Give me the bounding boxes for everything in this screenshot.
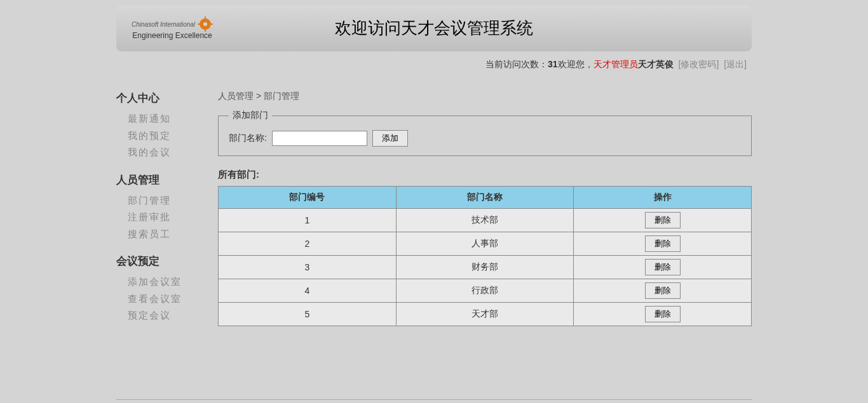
- cell-action: 删除: [574, 279, 752, 303]
- delete-button[interactable]: 删除: [645, 282, 681, 299]
- cell-action: 删除: [574, 256, 752, 279]
- table-row: 2人事部删除: [219, 232, 752, 256]
- svg-rect-2: [205, 17, 206, 19]
- footer: 更多问题，欢迎联系管理员 Chinasoft International Eng…: [116, 399, 752, 403]
- visit-label: 当前访问次数：: [485, 59, 548, 69]
- add-button[interactable]: 添加: [372, 130, 408, 147]
- svg-rect-4: [198, 23, 200, 25]
- sidebar-item-add-room[interactable]: 添加会议室: [116, 274, 205, 291]
- table-row: 1技术部删除: [219, 209, 752, 232]
- cell-id: 2: [219, 232, 397, 256]
- col-header-name: 部门名称: [396, 187, 574, 209]
- fieldset-legend: 添加部门: [229, 110, 272, 121]
- sidebar-item-search-employee[interactable]: 搜索员工: [116, 226, 205, 243]
- page-title: 欢迎访问天才会议管理系统: [335, 17, 533, 39]
- visit-count: 31: [548, 59, 558, 69]
- change-password-link[interactable]: [修改密码]: [679, 59, 719, 69]
- col-header-id: 部门编号: [219, 187, 397, 209]
- cell-id: 3: [219, 256, 397, 279]
- cell-name: 天才部: [396, 303, 574, 326]
- logout-link[interactable]: [退出]: [724, 59, 747, 69]
- table-row: 3财务部删除: [219, 256, 752, 279]
- cell-name: 技术部: [396, 209, 574, 232]
- cell-action: 删除: [574, 209, 752, 232]
- sidebar-item-my-bookings[interactable]: 我的预定: [116, 128, 205, 145]
- cell-name: 人事部: [396, 232, 574, 256]
- logo-top-text: Chinasoft International: [132, 21, 195, 28]
- cell-action: 删除: [574, 232, 752, 256]
- delete-button[interactable]: 删除: [645, 259, 681, 275]
- cell-name: 行政部: [396, 279, 574, 303]
- user-role: 天才管理员: [593, 59, 638, 69]
- departments-table: 部门编号 部门名称 操作 1技术部删除2人事部删除3财务部删除4行政部删除5天才…: [218, 186, 752, 326]
- sidebar-section-personal: 个人中心: [116, 91, 205, 105]
- delete-button[interactable]: 删除: [645, 306, 681, 322]
- welcome-label: 欢迎您，: [558, 59, 593, 69]
- logo-bottom-text: Engineering Excellence: [132, 32, 212, 40]
- table-row: 4行政部删除: [219, 279, 752, 303]
- cell-id: 4: [219, 279, 397, 303]
- gear-icon: [198, 17, 213, 32]
- sidebar-item-my-meetings[interactable]: 我的会议: [116, 144, 205, 161]
- dept-name-label: 部门名称:: [229, 133, 267, 144]
- delete-button[interactable]: 删除: [645, 212, 681, 228]
- cell-id: 5: [219, 303, 397, 326]
- cell-id: 1: [219, 209, 397, 232]
- svg-rect-5: [210, 23, 213, 25]
- sidebar-item-dept-management[interactable]: 部门管理: [116, 192, 205, 209]
- delete-button[interactable]: 删除: [645, 235, 681, 252]
- sidebar-item-notifications[interactable]: 最新通知: [116, 110, 205, 128]
- sidebar: 个人中心 最新通知 我的预定 我的会议 人员管理 部门管理 注册审批 搜索员工 …: [116, 91, 205, 336]
- table-row: 5天才部删除: [219, 303, 752, 326]
- page-header: Chinasoft International Engineering Exce…: [116, 5, 752, 51]
- breadcrumb: 人员管理 > 部门管理: [218, 91, 752, 102]
- all-departments-title: 所有部门:: [218, 169, 752, 181]
- dept-name-input[interactable]: [272, 131, 367, 146]
- sidebar-item-registration-approval[interactable]: 注册审批: [116, 209, 205, 226]
- svg-point-1: [203, 22, 207, 26]
- cell-action: 删除: [574, 303, 752, 326]
- sidebar-section-personnel: 人员管理: [116, 173, 205, 187]
- sidebar-item-view-room[interactable]: 查看会议室: [116, 291, 205, 308]
- logo: Chinasoft International Engineering Exce…: [132, 17, 213, 40]
- col-header-action: 操作: [574, 187, 752, 209]
- username: 天才英俊: [638, 59, 674, 69]
- top-info-bar: 当前访问次数：31欢迎您，天才管理员天才英俊 [修改密码] [退出]: [116, 51, 752, 78]
- sidebar-item-book-meeting[interactable]: 预定会议: [116, 307, 205, 324]
- add-department-fieldset: 添加部门 部门名称: 添加: [218, 110, 752, 156]
- sidebar-section-meeting: 会议预定: [116, 254, 205, 268]
- cell-name: 财务部: [396, 256, 574, 279]
